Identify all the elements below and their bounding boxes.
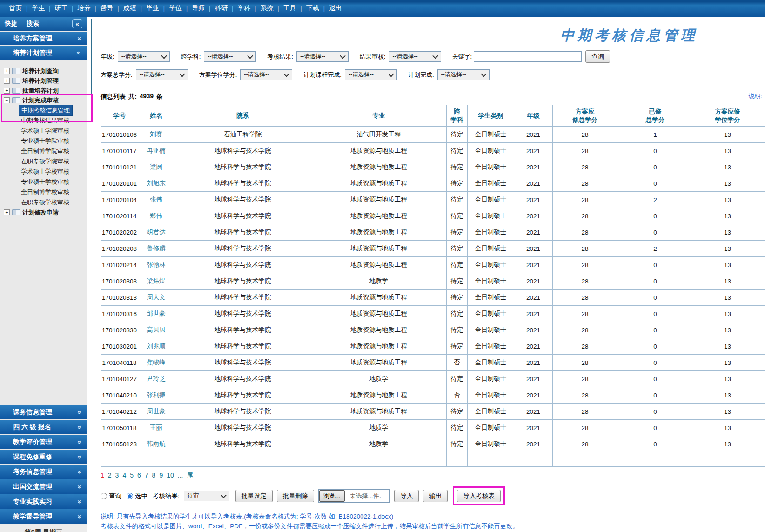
student-name-link[interactable]: 张伟 [150, 196, 162, 203]
student-name-link[interactable]: 张翰林 [147, 261, 166, 268]
student-name-link[interactable]: 冉亚楠 [147, 147, 166, 154]
expand-toggle-icon[interactable]: − [4, 97, 10, 103]
student-name-link[interactable]: 焦峻峰 [147, 359, 166, 366]
selected-radio[interactable]: 选中 [127, 492, 148, 500]
page-link[interactable]: 5 [130, 471, 134, 480]
batch-set-button[interactable]: 批量设定 [235, 490, 273, 502]
assess-result-select[interactable]: 待审 [184, 491, 229, 501]
topnav-item[interactable]: 学科 [233, 4, 255, 13]
topnav-item[interactable]: 下载 [302, 4, 323, 13]
topnav-item[interactable]: 学生 [27, 4, 49, 13]
sidebar-section-header[interactable]: 教学评价管理« [0, 435, 87, 449]
plan-done-select[interactable]: --请选择-- [437, 69, 490, 80]
page-link[interactable]: 8 [152, 471, 156, 480]
student-name-link[interactable]: 梁炜煜 [147, 277, 166, 284]
student-name-link[interactable]: 鲁修麟 [147, 245, 166, 252]
page-link[interactable]: 10 [167, 471, 174, 480]
student-name-link[interactable]: 胡君达 [147, 229, 166, 236]
quick-tab[interactable]: 快捷 [5, 20, 17, 28]
tree-subitem[interactable]: 专业硕士学院审核 [19, 136, 87, 146]
student-name-link[interactable]: 邹世豪 [147, 310, 166, 317]
query-radio[interactable]: 查询 [101, 492, 121, 500]
topnav-item[interactable]: 毕业 [142, 4, 163, 13]
plan-degree-credits-select[interactable]: --请选择-- [240, 69, 292, 80]
sidebar-tree-item[interactable]: +批量培养计划 [4, 86, 87, 95]
page-link[interactable]: 9 [159, 471, 163, 480]
plan-total-credits-select[interactable]: --请选择-- [136, 69, 188, 80]
student-name-link[interactable]: 高贝贝 [147, 326, 166, 333]
plan-done-label: 计划完成: [408, 71, 434, 79]
page-last-link[interactable]: 尾 [187, 471, 193, 480]
export-button[interactable]: 输出 [423, 490, 448, 502]
sidebar-section-header[interactable]: 专业实践实习« [0, 494, 87, 509]
keyword-input[interactable] [474, 51, 582, 62]
tree-subitem[interactable]: 在职专硕学院审核 [19, 156, 87, 167]
page-link[interactable]: 6 [137, 471, 141, 480]
topnav-item[interactable]: 首页 [5, 4, 26, 13]
import-assess-form-button[interactable]: 导入考核表 [457, 490, 501, 502]
expand-toggle-icon[interactable]: + [4, 68, 10, 74]
topnav-item[interactable]: 学位 [165, 4, 186, 13]
page-link[interactable]: 7 [145, 471, 148, 480]
page-link[interactable]: 2 [108, 471, 112, 480]
sidebar-section-header[interactable]: 课务信息管理« [0, 405, 87, 419]
topnav-item[interactable]: 研工 [50, 4, 72, 13]
student-name-link[interactable]: 王丽 [150, 424, 162, 431]
sidebar-section-header[interactable]: 培养计划管理« [0, 46, 87, 60]
sidebar-tree-item[interactable]: +计划修改申请 [4, 208, 87, 217]
search-tab[interactable]: 搜索 [27, 20, 39, 28]
sidebar-section-header[interactable]: 四 六 级 报名« [0, 420, 87, 434]
student-name-link[interactable]: 刘兆顺 [147, 343, 166, 350]
explain-link[interactable]: 说明: [748, 92, 762, 101]
interdisciplinary-select[interactable]: --请选择-- [204, 51, 256, 62]
file-input[interactable]: 浏览... 未选择...件。 [318, 489, 390, 503]
topnav-item[interactable]: 导师 [188, 4, 209, 13]
student-name-link[interactable]: 周世豪 [147, 408, 166, 415]
sidebar-section-header[interactable]: 课程免修重修« [0, 450, 87, 464]
topnav-item[interactable]: 工具 [279, 4, 301, 13]
tree-subitem[interactable]: 全日制博学校审核 [19, 187, 87, 197]
tree-subitem[interactable]: 中期考核结果审核 [19, 115, 87, 126]
student-name-link[interactable]: 周大文 [147, 294, 166, 301]
topnav-item[interactable]: 成绩 [119, 4, 141, 13]
tree-subitem[interactable]: 学术硕士学校审核 [19, 167, 87, 177]
topnav-item[interactable]: 督导 [96, 4, 118, 13]
sidebar-tree-item[interactable]: +培养计划查询 [4, 66, 87, 76]
sidebar-section-header[interactable]: 出国交流管理« [0, 479, 87, 494]
tree-subitem-selected[interactable]: 中期考核信息管理 [19, 105, 87, 115]
search-button[interactable]: 查询 [585, 50, 610, 63]
student-name-link[interactable]: 尹玲芝 [147, 375, 166, 382]
student-name-link[interactable]: 郑伟 [150, 212, 162, 219]
topnav-item[interactable]: 培养 [73, 4, 94, 13]
student-name-link[interactable]: 刘旭东 [147, 180, 166, 187]
sidebar-section-header[interactable]: 教学督导管理« [0, 509, 87, 524]
page-link[interactable]: 4 [122, 471, 126, 480]
tree-subitem[interactable]: 学术硕士学院审核 [19, 126, 87, 136]
import-button[interactable]: 导入 [394, 490, 419, 502]
tree-subitem[interactable]: 全日制博学院审核 [19, 146, 87, 156]
grade-select[interactable]: --请选择-- [118, 51, 170, 62]
student-name-link[interactable]: 梁圆 [150, 163, 162, 170]
sidebar-tree-item[interactable]: +培养计划管理 [4, 76, 87, 86]
batch-delete-button[interactable]: 批量删除 [277, 490, 314, 502]
expand-toggle-icon[interactable]: + [4, 209, 10, 215]
sidebar-section-header[interactable]: 考务信息管理« [0, 465, 87, 479]
page-link[interactable]: 3 [115, 471, 119, 480]
student-name-link[interactable]: 刘赛 [150, 131, 162, 138]
assess-result-select[interactable]: --请选择-- [296, 51, 349, 62]
expand-toggle-icon[interactable]: + [4, 78, 10, 84]
expand-toggle-icon[interactable]: + [4, 88, 10, 94]
tree-subitem[interactable]: 专业硕士学校审核 [19, 177, 87, 187]
collapse-sidebar-button[interactable]: « [72, 19, 82, 28]
browse-button[interactable]: 浏览... [319, 490, 345, 502]
plan-course-done-select[interactable]: --请选择-- [345, 69, 397, 80]
sidebar-section-header[interactable]: 培养方案管理« [0, 32, 87, 45]
topnav-item[interactable]: 科研 [210, 4, 232, 13]
student-name-link[interactable]: 张利振 [147, 391, 166, 398]
sidebar-tree-item[interactable]: −计划完成审核 [4, 95, 87, 105]
topnav-item[interactable]: 退出 [325, 4, 346, 13]
result-audit-select[interactable]: --请选择-- [389, 51, 441, 62]
tree-subitem[interactable]: 在职专硕学校审核 [19, 197, 87, 208]
topnav-item[interactable]: 系统 [256, 4, 277, 13]
student-name-link[interactable]: 韩雨航 [147, 440, 166, 447]
